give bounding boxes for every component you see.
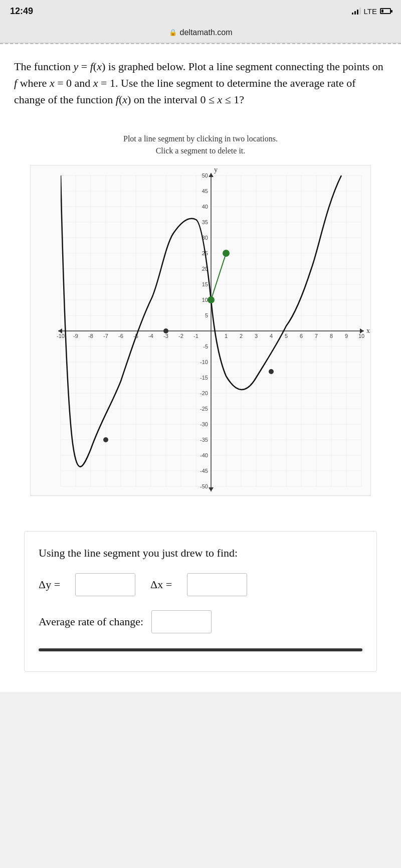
- delta-y-label: Δy =: [39, 578, 60, 591]
- svg-text:-10: -10: [57, 333, 65, 339]
- signal-bar-1: [352, 13, 353, 15]
- battery-icon: [380, 8, 391, 14]
- delta-x-label: Δx =: [150, 578, 172, 591]
- svg-text:-15: -15: [200, 375, 208, 381]
- svg-text:-8: -8: [88, 333, 93, 339]
- main-content: The function y = f(x) is graphed below. …: [0, 44, 401, 692]
- svg-text:5: 5: [285, 333, 288, 339]
- bottom-bar: [39, 648, 362, 651]
- signal-bar-2: [354, 11, 356, 15]
- svg-text:15: 15: [202, 281, 208, 287]
- delta-x-input[interactable]: [187, 573, 247, 596]
- svg-text:2: 2: [240, 333, 243, 339]
- x-axis-label: x: [366, 327, 370, 334]
- svg-text:10: 10: [358, 333, 364, 339]
- svg-text:-4: -4: [148, 333, 153, 339]
- svg-text:-9: -9: [73, 333, 78, 339]
- svg-text:-7: -7: [103, 333, 108, 339]
- svg-text:10: 10: [202, 297, 208, 303]
- function-dot-4: [269, 369, 274, 374]
- svg-text:50: 50: [202, 172, 208, 179]
- svg-text:-35: -35: [200, 437, 208, 443]
- svg-text:35: 35: [202, 219, 208, 225]
- svg-text:-10: -10: [200, 359, 208, 365]
- carrier-label: LTE: [364, 7, 377, 16]
- signal-bars-icon: [352, 8, 361, 15]
- svg-text:1: 1: [225, 333, 228, 339]
- problem-text: The function y = f(x) is graphed below. …: [14, 58, 387, 108]
- delta-row: Δy = Δx =: [39, 573, 362, 596]
- svg-text:-30: -30: [200, 421, 208, 427]
- svg-text:-50: -50: [200, 483, 208, 489]
- svg-text:-5: -5: [203, 343, 208, 350]
- y-axis-label: y: [214, 166, 218, 173]
- svg-text:-20: -20: [200, 390, 208, 396]
- graph-container[interactable]: x y -10 -9 -8 -7 -6 -5 -4 -3 -2 -1 1 2 3…: [30, 165, 371, 496]
- avg-rate-input[interactable]: [151, 610, 212, 633]
- svg-text:7: 7: [315, 333, 318, 339]
- svg-text:-25: -25: [200, 406, 208, 412]
- svg-text:-3: -3: [163, 333, 168, 339]
- answer-heading: Using the line segment you just drew to …: [39, 546, 362, 561]
- function-dot-neg7: [103, 437, 108, 442]
- signal-bar-3: [357, 10, 358, 15]
- svg-text:-2: -2: [178, 333, 183, 339]
- instructions-line1: Plot a line segment by clicking in two l…: [14, 133, 387, 157]
- delta-y-input[interactable]: [75, 573, 135, 596]
- avg-rate-label: Average rate of change:: [39, 615, 143, 628]
- svg-text:6: 6: [300, 333, 303, 339]
- url-bar: 🔒 deltamath.com: [0, 22, 401, 43]
- status-time: 12:49: [10, 6, 33, 17]
- graph-svg[interactable]: x y -10 -9 -8 -7 -6 -5 -4 -3 -2 -1 1 2 3…: [31, 165, 371, 496]
- signal-bar-4: [359, 8, 361, 15]
- svg-text:-45: -45: [200, 468, 208, 474]
- svg-text:8: 8: [330, 333, 333, 339]
- battery-fill: [381, 10, 383, 13]
- svg-text:45: 45: [202, 188, 208, 194]
- url-text: deltamath.com: [180, 28, 233, 37]
- svg-text:-40: -40: [200, 452, 208, 458]
- svg-text:40: 40: [202, 204, 208, 210]
- function-dot-neg3: [163, 328, 168, 333]
- answer-section: Using the line segment you just drew to …: [24, 531, 377, 672]
- lock-icon: 🔒: [169, 29, 177, 37]
- svg-text:5: 5: [205, 312, 208, 318]
- status-bar: 12:49 LTE: [0, 0, 401, 22]
- svg-text:-6: -6: [118, 333, 123, 339]
- svg-text:9: 9: [345, 333, 348, 339]
- svg-text:4: 4: [270, 333, 273, 339]
- svg-text:3: 3: [255, 333, 258, 339]
- status-icons: LTE: [352, 7, 391, 16]
- svg-text:-1: -1: [193, 333, 198, 339]
- avg-rate-row: Average rate of change:: [39, 610, 362, 633]
